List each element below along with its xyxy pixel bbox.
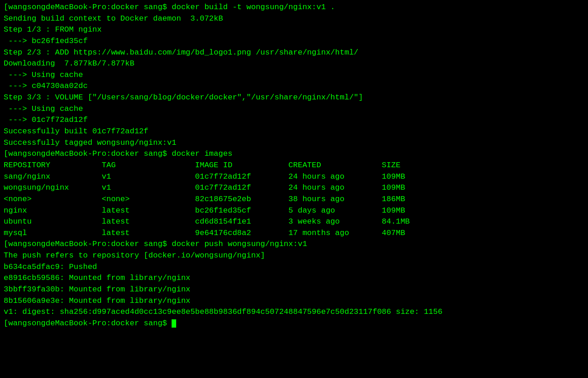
- terminal-line: 3bbff39fa30b: Mounted from library/nginx: [4, 284, 584, 296]
- terminal-line: nginx latest bc26f1ed35cf 5 days ago 109…: [4, 205, 584, 217]
- terminal-line: wongsung/nginx v1 01c7f72ad12f 24 hours …: [4, 182, 584, 194]
- terminal-line: e8916cb59586: Mounted from library/nginx: [4, 273, 584, 284]
- terminal-line: Downloading 7.877kB/7.877kB: [4, 58, 584, 70]
- terminal-line: Successfully tagged wongsung/nginx:v1: [4, 137, 584, 149]
- terminal-line: ubuntu latest cd6d8154f1e1 3 weeks ago 8…: [4, 216, 584, 228]
- terminal-line: v1: digest: sha256:d997aced4d0cc13c9ee8e…: [4, 307, 584, 318]
- terminal-line: ---> c04730aa02dc: [4, 81, 584, 92]
- terminal-line: [wangsongdeMacBook-Pro:docker sang$ dock…: [4, 2, 584, 13]
- terminal-line: ---> Using cache: [4, 104, 584, 115]
- terminal-window: [wangsongdeMacBook-Pro:docker sang$ dock…: [4, 2, 584, 329]
- terminal-line: Step 3/3 : VOLUME ["/Users/sang/blog/doc…: [4, 92, 584, 104]
- terminal-line: ---> Using cache: [4, 70, 584, 81]
- terminal-line: mysql latest 9e64176cd8a2 17 months ago …: [4, 228, 584, 239]
- terminal-line: Successfully built 01c7f72ad12f: [4, 126, 584, 137]
- terminal-line: Step 1/3 : FROM nginx: [4, 24, 584, 36]
- terminal-line: [wangsongdeMacBook-Pro:docker sang$ dock…: [4, 148, 584, 160]
- terminal-line: ---> 01c7f72ad12f: [4, 115, 584, 126]
- terminal-line: Step 2/3 : ADD https://www.baidu.com/img…: [4, 47, 584, 59]
- terminal-line: [wangsongdeMacBook-Pro:docker sang$: [4, 318, 584, 329]
- terminal-line: [wangsongdeMacBook-Pro:docker sang$ dock…: [4, 239, 584, 250]
- terminal-line: REPOSITORY TAG IMAGE ID CREATED SIZE: [4, 160, 584, 171]
- terminal-cursor: [172, 319, 176, 328]
- terminal-line: The push refers to repository [docker.io…: [4, 250, 584, 262]
- terminal-line: ---> bc26f1ed35cf: [4, 36, 584, 47]
- terminal-line: <none> <none> 82c18675e2eb 38 hours ago …: [4, 194, 584, 205]
- terminal-line: sang/nginx v1 01c7f72ad12f 24 hours ago …: [4, 171, 584, 183]
- terminal-line: Sending build context to Docker daemon 3…: [4, 13, 584, 25]
- terminal-line: b634ca5dfac9: Pushed: [4, 262, 584, 273]
- terminal-line: 8b15606a9e3e: Mounted from library/nginx: [4, 296, 584, 307]
